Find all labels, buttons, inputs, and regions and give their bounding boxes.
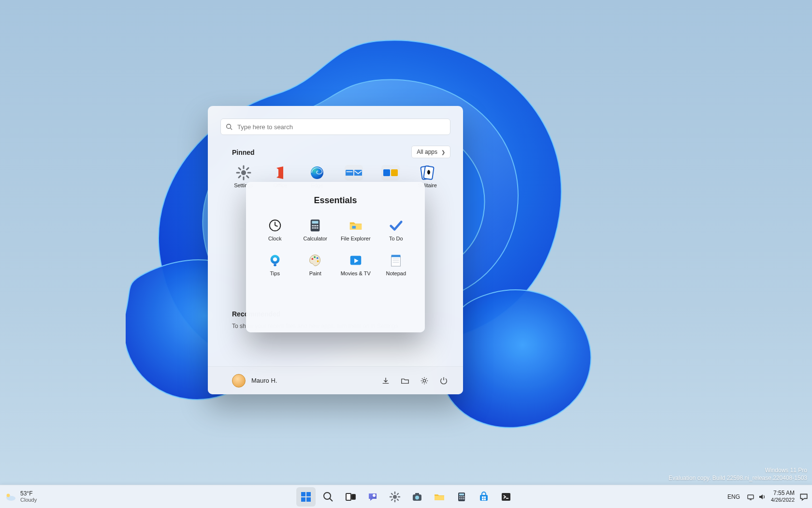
folder-app-todo[interactable]: To Do — [376, 218, 417, 241]
svg-rect-27 — [317, 225, 319, 226]
all-apps-button[interactable]: All apps ❯ — [411, 146, 450, 158]
taskbar-date: 4/26/2022 — [771, 497, 795, 503]
taskbar-app-calculator[interactable] — [452, 487, 471, 507]
edge-icon — [309, 165, 325, 180]
svg-point-69 — [415, 495, 419, 499]
folder-title: Essentials — [246, 195, 425, 206]
svg-line-8 — [247, 176, 249, 178]
downloads-button[interactable] — [381, 376, 391, 386]
documents-button[interactable] — [400, 376, 410, 386]
folder-app-paint[interactable]: Paint — [295, 253, 336, 276]
folder-app-calculator[interactable]: Calculator — [295, 218, 336, 241]
svg-rect-51 — [306, 492, 311, 496]
office-icon — [273, 165, 288, 180]
svg-rect-82 — [484, 496, 486, 498]
taskbar-start-button[interactable] — [296, 487, 316, 507]
svg-rect-35 — [274, 264, 276, 267]
svg-line-1 — [231, 128, 232, 130]
notification-icon — [799, 493, 808, 501]
movies-tv-icon — [348, 253, 363, 268]
svg-line-7 — [239, 168, 241, 170]
svg-point-36 — [312, 258, 314, 260]
file-explorer-icon — [348, 218, 363, 233]
svg-rect-71 — [435, 496, 444, 500]
tips-icon — [268, 253, 282, 268]
svg-line-10 — [247, 168, 249, 170]
svg-line-55 — [330, 498, 333, 501]
todo-icon — [389, 218, 403, 233]
svg-rect-30 — [317, 227, 319, 229]
svg-rect-43 — [392, 255, 401, 257]
taskbar-app-settings[interactable] — [385, 487, 405, 507]
watermark-build: Evaluation copy. Build 22598.ni_release.… — [668, 474, 807, 482]
desktop-watermark: Windows 11 Pro Evaluation copy. Build 22… — [668, 466, 807, 482]
folder-app-label: Paint — [309, 270, 321, 276]
start-search-input[interactable] — [237, 123, 445, 131]
svg-point-39 — [317, 260, 319, 262]
svg-rect-53 — [306, 497, 311, 502]
watermark-edition: Windows 11 Pro — [668, 466, 807, 474]
svg-rect-78 — [461, 498, 463, 499]
user-avatar[interactable] — [232, 374, 246, 388]
folder-app-tips[interactable]: Tips — [255, 253, 295, 276]
folder-app-label: File Explorer — [341, 236, 371, 241]
taskbar: 53°F Cloudy ENG 7:55 AM 4/26/2022 — [0, 485, 812, 508]
store-icon — [478, 491, 490, 503]
taskbar-app-terminal[interactable] — [496, 487, 516, 507]
pinned-header: Pinned — [232, 149, 255, 156]
start-search-box[interactable] — [220, 119, 450, 135]
task-view-icon — [345, 491, 356, 503]
svg-rect-29 — [314, 227, 316, 229]
svg-point-54 — [324, 493, 331, 499]
svg-point-37 — [314, 256, 316, 258]
svg-rect-13 — [347, 171, 353, 172]
svg-point-59 — [393, 495, 397, 499]
svg-rect-56 — [346, 493, 351, 500]
svg-line-67 — [397, 493, 398, 494]
taskbar-clock[interactable]: 7:55 AM 4/26/2022 — [771, 490, 795, 503]
user-name[interactable]: Mauro H. — [251, 377, 381, 384]
taskbar-app-file-explorer[interactable] — [430, 487, 449, 507]
folder-app-file-explorer[interactable]: File Explorer — [335, 218, 376, 241]
taskbar-system-tray[interactable] — [747, 493, 766, 501]
taskbar-app-store[interactable] — [474, 487, 493, 507]
svg-point-2 — [241, 170, 246, 175]
svg-rect-84 — [484, 498, 486, 500]
taskbar-taskview-button[interactable] — [341, 487, 360, 507]
folder-grid: Clock Calculator File Explorer To Do Tip… — [255, 218, 416, 276]
taskbar-right: ENG 7:55 AM 4/26/2022 — [725, 485, 808, 508]
svg-rect-77 — [459, 498, 461, 499]
terminal-icon — [500, 491, 512, 503]
svg-line-64 — [392, 493, 392, 494]
svg-rect-76 — [463, 496, 464, 497]
file-explorer-icon — [434, 491, 445, 503]
svg-rect-73 — [459, 493, 464, 495]
svg-rect-50 — [301, 492, 305, 496]
paint-icon — [308, 253, 322, 268]
taskbar-language[interactable]: ENG — [725, 493, 742, 500]
svg-line-9 — [239, 176, 241, 178]
folder-app-notepad[interactable]: Notepad — [376, 253, 417, 276]
taskbar-app-snipping-tool[interactable] — [407, 487, 427, 507]
svg-rect-24 — [312, 221, 319, 224]
network-icon — [747, 493, 754, 501]
svg-point-34 — [273, 257, 277, 261]
taskbar-notifications-button[interactable] — [799, 493, 808, 501]
chevron-right-icon: ❯ — [441, 149, 445, 155]
search-icon — [322, 491, 334, 503]
search-icon — [226, 123, 232, 130]
svg-rect-79 — [463, 498, 464, 499]
svg-rect-26 — [314, 225, 316, 226]
folder-app-movies-tv[interactable]: Movies & TV — [335, 253, 376, 276]
taskbar-search-button[interactable] — [319, 487, 338, 507]
folder-app-label: Movies & TV — [341, 270, 371, 276]
power-button[interactable] — [439, 376, 449, 386]
folder-app-clock[interactable]: Clock — [255, 218, 295, 241]
settings-button[interactable] — [420, 376, 429, 386]
solitaire-icon — [420, 165, 435, 180]
taskbar-chat-button[interactable] — [363, 487, 382, 507]
taskbar-weather-widget[interactable]: 53°F Cloudy — [5, 485, 37, 508]
svg-rect-75 — [461, 496, 463, 497]
svg-rect-52 — [301, 497, 305, 502]
svg-line-65 — [397, 499, 398, 500]
